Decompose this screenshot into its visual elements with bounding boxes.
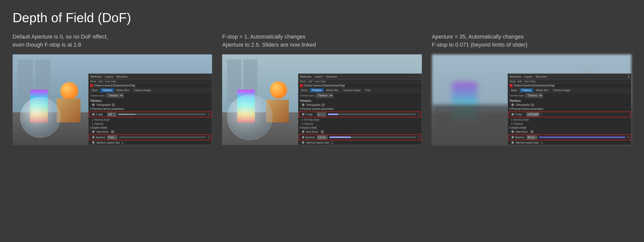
panel-toolbar-2: Mode Edit User Data: [298, 80, 422, 84]
tab-layers-3[interactable]: Layers: [524, 75, 533, 78]
viewing-angle-row-3[interactable]: ▸ Viewing angle: [508, 118, 631, 122]
tab-structure-3[interactable]: Structure: [536, 75, 547, 78]
subtab-motionblur-3[interactable]: Motion Blur: [534, 88, 550, 92]
camera-type-select-1[interactable]: Thinlens: [106, 93, 124, 98]
param-icon-orth-2: [302, 103, 304, 106]
fstop-icon-3: [511, 113, 514, 116]
autofocus-row-1: Auto focus: [89, 130, 212, 134]
orthographic-check-1[interactable]: [112, 103, 115, 106]
panel-2: Attributes Layers Structure ← ↑ → Mode E…: [298, 74, 422, 145]
column-1: Default Aperture is 0, so no DoF effect,…: [13, 33, 212, 145]
toolbar-mode-3[interactable]: Mode: [509, 80, 516, 83]
tab-layers-1[interactable]: Layers: [105, 75, 113, 78]
autofocus-check-2[interactable]: [321, 130, 324, 133]
aperture-ratio-val-2: 1.: [332, 141, 334, 144]
toolbar-mode-2[interactable]: Mode: [300, 80, 306, 83]
aperture-slider-2[interactable]: [329, 136, 416, 138]
tab-attributes-1[interactable]: Attributes: [90, 75, 102, 78]
panel-tabs-2: Attributes Layers Structure ← ↑ →: [298, 74, 422, 80]
subtab-thinlens-3[interactable]: Thinlens: [520, 88, 533, 92]
tab-structure-1[interactable]: Structure: [116, 75, 128, 78]
subtab-post-2[interactable]: Post: [363, 88, 372, 92]
fstop-input-3[interactable]: [527, 113, 540, 116]
subtab-cameraimager-2[interactable]: Camera Imager: [341, 88, 363, 92]
tab-attributes-3[interactable]: Attributes: [509, 75, 521, 78]
section-thinlens-1: Thinlens: [89, 98, 212, 103]
aperture-input-3[interactable]: [527, 135, 537, 139]
clipping-row-1[interactable]: ▸ Clipping: [89, 122, 212, 126]
aperture-icon-2: [302, 136, 304, 139]
viewing-angle-row-2[interactable]: ▸ Viewing angle: [298, 118, 422, 122]
subtab-basic-2[interactable]: Basic: [299, 88, 309, 92]
subtab-motionblur-2[interactable]: Motion Blur: [324, 88, 341, 92]
description-2: F-stop = 1, Automatically changes Apertu…: [222, 33, 422, 49]
subtab-cameraimager-1[interactable]: Camera Imager: [132, 88, 153, 92]
fstop-row-2: F-stop ⇅: [299, 112, 421, 117]
fstop-input-1[interactable]: [107, 113, 116, 116]
orthographic-label-1: Orthographic: [96, 103, 111, 106]
clipping-row-2[interactable]: ▸ Clipping: [298, 122, 422, 126]
section-thinlens-2: Thinlens: [298, 98, 422, 103]
description-3: Aperture = 35, Automatically changes F-s…: [432, 33, 631, 49]
panel-object-1: Octane Camera [OctaneCameraTag]: [89, 84, 212, 88]
aperture-slider-3[interactable]: [539, 136, 625, 138]
fstop-slider-2[interactable]: [328, 114, 416, 115]
column-2: F-stop = 1, Automatically changes Apertu…: [222, 33, 422, 145]
section-thinlens-3: Thinlens: [508, 98, 631, 103]
param-icon-orth-1: [92, 103, 95, 106]
autofocus-label-3: Auto focus: [516, 130, 530, 133]
column-3: Aperture = 35, Automatically changes F-s…: [432, 33, 631, 145]
tab-attributes-2[interactable]: Attributes: [300, 75, 311, 78]
toolbar-mode-1[interactable]: Mode: [90, 80, 96, 83]
object-name-2: Octane Camera [OctaneCameraTag]: [304, 84, 345, 87]
aperture-ratio-label-1: Aperture aspect ratio: [96, 141, 120, 144]
physical-params-1: ▾ Physical camera parameters: [89, 107, 212, 111]
subtab-thinlens-2[interactable]: Thinlens: [310, 88, 324, 92]
toolbar-edit-1[interactable]: Edit: [98, 80, 103, 83]
orthographic-check-3[interactable]: [531, 103, 534, 106]
physical-params-2: ▾ Physical camera parameters: [298, 107, 422, 111]
viewing-angle-row-1[interactable]: ▸ Viewing angle: [89, 118, 212, 122]
subtab-motionblur-1[interactable]: Motion Blur: [114, 88, 131, 92]
toolbar-edit-2[interactable]: Edit: [308, 80, 312, 83]
fstop-icon-2: [302, 113, 304, 116]
autofocus-check-1[interactable]: [111, 130, 114, 133]
subtab-thinlens-1[interactable]: Thinlens: [100, 88, 114, 92]
aperture-slider-1[interactable]: [119, 136, 206, 138]
autofocus-label-2: Auto focus: [306, 130, 320, 133]
aperture-input-2[interactable]: [317, 135, 328, 139]
aperture-ratio-row-3: Aperture aspect ratio 1.: [508, 141, 631, 145]
camera-type-row-2: Camera type Thinlens: [298, 93, 422, 98]
aperture-ratio-val-3: 1.: [541, 141, 543, 144]
object-icon-2: [300, 84, 303, 87]
sub-tabs-3: Basic Thinlens Motion Blur Camera Imager: [508, 88, 631, 93]
camera-type-select-3[interactable]: Thinlens: [525, 93, 543, 98]
tab-structure-2[interactable]: Structure: [326, 75, 337, 78]
toolbar-userdata-2[interactable]: User Data: [314, 80, 326, 83]
autofocus-check-3[interactable]: [531, 130, 533, 133]
orthographic-check-2[interactable]: [322, 103, 325, 106]
toolbar-userdata-1[interactable]: User Data: [105, 80, 116, 83]
subtab-basic-3[interactable]: Basic: [509, 88, 519, 92]
aperture-ratio-row-1: Aperture aspect ratio 1.: [89, 141, 212, 145]
clipping-row-3[interactable]: ▸ Clipping: [508, 122, 631, 126]
aperture-ratio-icon-2: [302, 141, 304, 144]
tab-layers-2[interactable]: Layers: [314, 75, 323, 78]
dof-section-3: ▾ Depth of field: [508, 126, 631, 130]
screenshot-3: Attributes Layers Structure $ Mode Edit …: [432, 54, 631, 145]
subtab-cameraimager-3[interactable]: Camera Imager: [551, 88, 572, 92]
subtab-basic-1[interactable]: Basic: [90, 88, 100, 92]
autofocus-row-3: Auto focus: [508, 130, 631, 134]
panel-tabs-3: Attributes Layers Structure $: [508, 74, 631, 80]
camera-type-select-2[interactable]: Thinlens: [316, 93, 333, 98]
panel-3: Attributes Layers Structure $ Mode Edit …: [508, 74, 631, 145]
panel-toolbar-1: Mode Edit User Data: [89, 80, 212, 84]
fstop-input-2[interactable]: [317, 113, 326, 116]
aperture-icon-1: [92, 136, 95, 139]
dof-section-2: ▾ Depth of field: [298, 126, 422, 130]
toolbar-userdata-3[interactable]: User Data: [524, 80, 535, 83]
aperture-row-2: Aperture ⇅: [299, 134, 421, 140]
fstop-slider-1[interactable]: [118, 114, 206, 115]
aperture-input-1[interactable]: [107, 135, 117, 139]
toolbar-edit-3[interactable]: Edit: [518, 80, 522, 83]
